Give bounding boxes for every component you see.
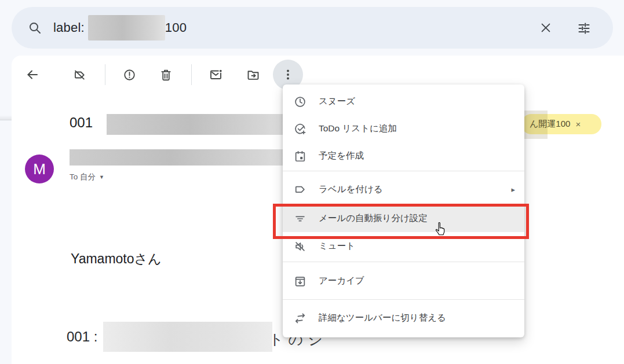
clear-search-button[interactable]: [533, 15, 559, 41]
menu-item-archive[interactable]: アーカイブ: [283, 267, 524, 295]
recipient-label: To 自分: [70, 172, 96, 182]
report-spam-button[interactable]: [116, 62, 142, 87]
email-subject: 001: [70, 115, 93, 131]
email-body-line: 001 :: [67, 329, 97, 345]
email-body-redacted: [103, 322, 272, 352]
menu-item-label: 詳細なツールバーに切り替える: [319, 312, 446, 324]
menu-item-label: ToDo リストに追加: [319, 123, 397, 135]
sender-name-redacted: [70, 149, 294, 166]
search-icon: [28, 21, 42, 35]
toolbar-divider: [105, 64, 105, 85]
label-icon: [293, 183, 307, 197]
mark-unread-button[interactable]: [203, 62, 229, 87]
tune-icon: [577, 21, 591, 35]
background-list-shadow: [0, 115, 12, 120]
menu-item-add-to-tasks[interactable]: ToDo リストに追加: [283, 115, 524, 142]
menu-divider: [283, 262, 524, 262]
search-bar[interactable]: label: 100: [12, 7, 613, 49]
sender-initial: M: [33, 160, 46, 178]
mark-unread-icon: [209, 68, 223, 82]
menu-divider: [283, 171, 524, 171]
menu-item-label: アーカイブ: [319, 275, 364, 287]
toolbar-divider: [191, 64, 192, 85]
back-button[interactable]: [20, 62, 45, 87]
menu-divider: [283, 299, 524, 300]
more-vert-icon: [281, 68, 295, 82]
delete-icon: [159, 68, 173, 82]
menu-item-switch-toolbar[interactable]: 詳細なツールバーに切り替える: [283, 304, 524, 332]
annotation-highlight-box: [273, 204, 529, 239]
chevron-down-icon: ▼: [99, 174, 104, 180]
back-arrow-icon: [25, 68, 39, 82]
menu-item-label-as[interactable]: ラベルを付ける ▸: [283, 176, 524, 203]
remove-label-icon: [73, 68, 86, 82]
remove-label-button[interactable]: [67, 62, 92, 87]
menu-item-label: 予定を作成: [319, 150, 364, 162]
search-query-redacted: [88, 15, 165, 41]
snooze-clock-icon: [293, 95, 307, 109]
search-query-suffix[interactable]: 100: [165, 20, 187, 35]
search-options-button[interactable]: [571, 15, 597, 41]
menu-shadow-on-chip: [521, 111, 548, 139]
create-event-icon: [293, 149, 307, 163]
submenu-arrow-icon: ▸: [511, 185, 515, 194]
email-body-greeting: Yamamotoさん: [71, 250, 162, 268]
move-to-icon: [246, 68, 260, 82]
more-options-button[interactable]: [275, 62, 301, 87]
report-spam-icon: [123, 68, 136, 82]
sender-avatar[interactable]: M: [25, 155, 54, 183]
mute-icon: [293, 240, 307, 253]
move-to-button[interactable]: [240, 62, 266, 87]
gmail-window: label: 100: [0, 0, 624, 364]
menu-item-label: ラベルを付ける: [319, 183, 383, 196]
menu-item-label: ミュート: [319, 240, 355, 252]
add-to-tasks-icon: [293, 122, 307, 136]
switch-toolbar-icon: [293, 311, 307, 325]
close-icon: [539, 21, 552, 34]
menu-item-label: スヌーズ: [319, 95, 355, 108]
delete-button[interactable]: [153, 62, 178, 87]
search-query-prefix[interactable]: label:: [53, 20, 85, 35]
label-chip-close-icon[interactable]: ×: [575, 119, 581, 129]
menu-item-snooze[interactable]: スヌーズ: [283, 88, 524, 115]
recipient-row[interactable]: To 自分 ▼: [70, 172, 104, 182]
background-list-divider: [0, 120, 12, 120]
archive-icon: [293, 274, 307, 288]
menu-item-create-event[interactable]: 予定を作成: [283, 142, 524, 170]
email-subject-redacted: [107, 114, 292, 135]
hand-cursor-icon: [433, 222, 447, 240]
